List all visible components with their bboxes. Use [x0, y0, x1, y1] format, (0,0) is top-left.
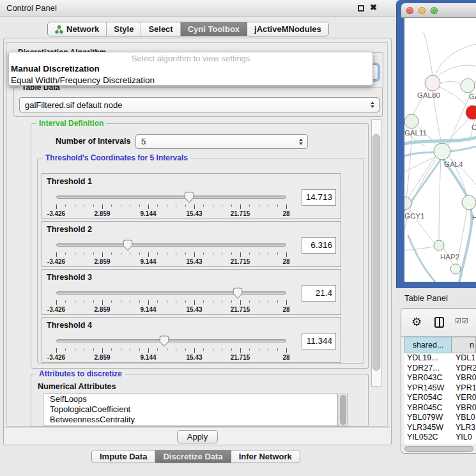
slider-handle[interactable]	[184, 192, 194, 203]
network-graph: GAL80GACGAL11GAL4GCY1HHAP2	[404, 18, 476, 282]
control-panel-window: Control Panel ✖ NetworkStyleSelectCyni T…	[0, 0, 395, 476]
table-row[interactable]: YPR145WYPR1	[404, 383, 476, 394]
table-data-value: galFiltered.sif default node	[25, 100, 122, 110]
panel-title: Control Panel	[6, 0, 57, 16]
network-node-h[interactable]	[462, 196, 476, 210]
node-label-hap2: HAP2	[440, 253, 459, 261]
network-view-window: GAL80GACGAL11GAL4GCY1HHAP2	[396, 0, 476, 288]
dropdown-item-equal-width-frequency-discretization[interactable]: Equal Width/Frequency Discretization	[9, 75, 372, 86]
cell-name: YLR3	[452, 423, 476, 433]
threshold-label: Threshold 4	[47, 321, 92, 330]
table-row[interactable]: YDL19...YDL1	[404, 353, 476, 364]
node-label-gcy1: GCY1	[404, 212, 424, 220]
zoom-traffic-light-icon[interactable]	[431, 7, 438, 14]
number-of-intervals-combobox[interactable]: 5	[135, 134, 308, 149]
cell-shared-name: YDR27...	[404, 364, 452, 374]
slider-handle[interactable]	[233, 288, 243, 299]
split-columns-icon[interactable]	[434, 317, 444, 328]
threshold-slider-3[interactable]: -3.4262.8599.14415.4321.71528	[56, 288, 286, 314]
table-row[interactable]: YIL052CYIL0	[404, 433, 476, 443]
apply-button[interactable]: Apply	[177, 430, 218, 443]
table-row[interactable]: YLR345WYLR3	[404, 423, 476, 433]
tab-cyni-toolbox[interactable]: Cyni Toolbox	[181, 22, 247, 36]
gear-icon[interactable]: ⚙	[411, 315, 422, 329]
threshold-label: Threshold 1	[47, 177, 92, 186]
table-row[interactable]: YBR043CYBR0	[404, 373, 476, 383]
threshold-slider-2[interactable]: -3.4262.8599.14415.4321.71528	[56, 240, 286, 266]
threshold-value-field[interactable]: 21.4	[302, 285, 336, 302]
slider-handle[interactable]	[159, 335, 169, 347]
network-window-titlebar	[401, 3, 476, 18]
threshold-slider-1[interactable]: -3.4262.8599.14415.4321.71528	[56, 192, 286, 219]
node-label-gal80: GAL80	[417, 91, 440, 99]
threshold-label: Threshold 2	[47, 225, 92, 234]
vertical-scrollbar[interactable]	[371, 119, 381, 387]
vertical-scrollbar-thumb[interactable]	[372, 134, 380, 371]
cell-shared-name: YBL079W	[404, 413, 452, 423]
tab-label: Discretize Data	[163, 452, 222, 461]
horizontal-scrollbar-thumb[interactable]	[404, 446, 473, 452]
slider-track[interactable]	[56, 243, 286, 247]
threshold-label: Threshold 3	[47, 273, 92, 282]
combobox-arrows-icon	[371, 102, 374, 108]
attribute-item-selfloops[interactable]: SelfLoops	[43, 394, 337, 404]
network-node-gal11[interactable]	[404, 114, 418, 128]
cell-shared-name: YER054C	[404, 393, 452, 403]
interval-definition-group: Interval Definition Number of Intervals …	[31, 123, 369, 369]
network-node-c[interactable]	[466, 105, 476, 119]
horizontal-scrollbar[interactable]	[401, 445, 476, 453]
table-data-combobox[interactable]: galFiltered.sif default node	[19, 97, 380, 112]
cell-shared-name: YPR145W	[404, 383, 452, 394]
table-row[interactable]: YER054CYER0	[404, 393, 476, 403]
tab-infer-network[interactable]: Infer Network	[231, 450, 300, 463]
cell-name: YBR0	[452, 403, 476, 413]
numerical-attributes-label: Numerical Attributes	[38, 382, 116, 391]
list-scrollbar-thumb[interactable]	[340, 395, 346, 425]
slider-track[interactable]	[56, 196, 286, 199]
tab-select[interactable]: Select	[141, 22, 180, 36]
slider-track[interactable]	[56, 291, 286, 295]
network-icon	[55, 25, 63, 34]
network-node-hap2[interactable]	[434, 240, 444, 250]
cell-name: YPR1	[452, 383, 476, 394]
tab-jactivemnodules[interactable]: jActiveMNodules	[247, 22, 328, 36]
attribute-item-betweennesscentrality[interactable]: BetweennessCentrality	[43, 415, 337, 425]
node-label-c: C	[472, 123, 476, 131]
attributes-group: Attributes to discretize Numerical Attri…	[31, 374, 369, 427]
network-canvas[interactable]: GAL80GACGAL11GAL4GCY1HHAP2	[404, 18, 476, 282]
list-scrollbar[interactable]	[339, 394, 348, 426]
close-icon[interactable]: ✖	[370, 3, 377, 12]
tab-network[interactable]: Network	[48, 22, 107, 36]
tab-discretize-data[interactable]: Discretize Data	[155, 450, 231, 463]
network-node-ga[interactable]	[461, 79, 475, 93]
threshold-panel-4: Threshold 4-3.4262.8599.14415.4321.71528…	[42, 317, 341, 363]
table-row[interactable]: YBL079WYBL0	[404, 413, 476, 423]
float-window-icon[interactable]	[358, 5, 364, 12]
minimize-traffic-light-icon[interactable]	[418, 7, 426, 14]
cell-shared-name: YBR043C	[404, 373, 452, 383]
select-columns-icon[interactable]: ☑☑	[455, 317, 469, 325]
slider-ticks	[56, 348, 286, 353]
network-node-gal4[interactable]	[434, 143, 450, 160]
threshold-slider-4[interactable]: -3.4262.8599.14415.4321.71528	[56, 335, 286, 362]
threshold-value-field[interactable]: 6.316	[302, 237, 336, 254]
network-node-gal80[interactable]	[425, 75, 440, 91]
threshold-value-field[interactable]: 14.713	[302, 189, 336, 206]
column-header-shared[interactable]: shared...	[404, 337, 452, 353]
slider-track[interactable]	[56, 339, 286, 342]
table-row[interactable]: YDR27...YDR2	[404, 364, 476, 374]
tab-impute-data[interactable]: Impute Data	[92, 450, 155, 463]
numerical-attributes-list[interactable]: SelfLoopsTopologicalCoefficientBetweenne…	[43, 394, 338, 426]
table-row[interactable]: YBR045CYBR0	[404, 403, 476, 413]
threshold-value-field[interactable]: 11.344	[302, 333, 336, 349]
tab-style[interactable]: Style	[107, 22, 141, 36]
close-traffic-light-icon[interactable]	[406, 7, 413, 14]
column-header-name[interactable]: n	[452, 337, 476, 353]
group-title-attributes: Attributes to discretize	[36, 369, 125, 378]
cyni-toolbox-panel: Discretization Algorithm Table Data galF…	[3, 38, 392, 445]
slider-handle[interactable]	[123, 240, 133, 251]
attribute-item-topologicalcoefficient[interactable]: TopologicalCoefficient	[43, 404, 337, 415]
cell-shared-name: YBR045C	[404, 403, 452, 413]
dropdown-item-manual-discretization[interactable]: Manual Discretization	[9, 63, 372, 75]
network-node[interactable]	[450, 264, 461, 274]
